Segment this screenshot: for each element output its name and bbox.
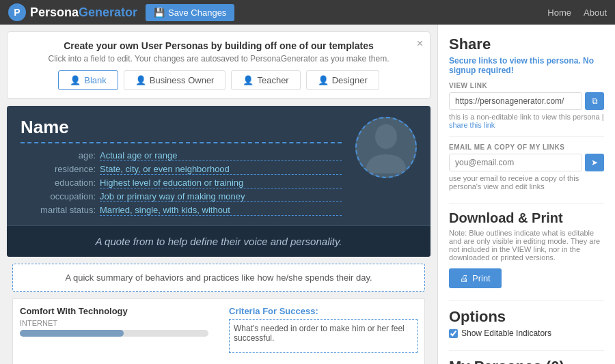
persona-summary[interactable]: A quick summary of behaviors and practic… <box>12 264 425 292</box>
right-sidebar: Share Secure links to view this persona.… <box>437 25 615 364</box>
share-subtitle: Secure links to view this persona. No si… <box>449 56 604 75</box>
business-owner-avatar: 👤 <box>135 75 146 85</box>
persona-card: Name age: Actual age or range residence:… <box>7 106 430 257</box>
print-button[interactable]: 🖨 Print <box>449 268 502 288</box>
download-title: Download & Print <box>449 210 604 226</box>
education-value[interactable]: Highest level of education or training <box>100 178 342 188</box>
silhouette-icon <box>362 120 410 175</box>
view-link-label: VIEW LINK <box>449 82 604 89</box>
email-input[interactable] <box>449 154 582 171</box>
residence-value[interactable]: State, city, or even neighborhood <box>100 164 342 175</box>
persona-name[interactable]: Name <box>20 117 342 143</box>
left-content: × Create your own User Personas by build… <box>0 25 437 364</box>
home-link[interactable]: Home <box>547 8 571 18</box>
template-designer-button[interactable]: 👤 Designer <box>306 70 379 90</box>
internet-progress-fill <box>20 330 124 337</box>
about-link[interactable]: About <box>584 8 607 18</box>
copy-link-button[interactable]: ⧉ <box>585 92 604 110</box>
nav-left: P PersonaGenerator 💾 Save Changes <box>8 3 234 21</box>
criteria-text[interactable]: What's needed in order to make him or he… <box>229 319 418 353</box>
comfort-section: Comfort With Technology INTERNET <box>13 299 215 360</box>
my-personas-section: My Personas (0) <box>449 358 604 364</box>
send-email-button[interactable]: ➤ <box>585 154 604 171</box>
options-section: Options Show Editable Indicators <box>449 308 604 338</box>
share-section: Share Secure links to view this persona.… <box>449 36 604 191</box>
send-icon: ➤ <box>591 158 598 167</box>
view-link-input[interactable] <box>449 92 582 110</box>
show-editable-checkbox[interactable] <box>449 329 458 338</box>
top-navigation: P PersonaGenerator 💾 Save Changes Home A… <box>0 0 615 25</box>
template-notice-subtitle: Click into a field to edit. Your changes… <box>16 54 422 64</box>
logo-icon: P <box>8 3 26 21</box>
options-title: Options <box>449 308 604 326</box>
copy-icon: ⧉ <box>592 96 598 106</box>
logo: P PersonaGenerator <box>8 3 137 21</box>
template-notice-title: Create your own User Personas by buildin… <box>16 40 422 51</box>
email-note: use your email to receive a copy of this… <box>449 174 604 191</box>
persona-info: Name age: Actual age or range residence:… <box>20 117 342 219</box>
share-link[interactable]: share this link <box>449 121 495 129</box>
template-teacher-button[interactable]: 👤 Teacher <box>231 70 300 90</box>
internet-label: INTERNET <box>20 319 208 327</box>
view-link-row: ⧉ <box>449 92 604 110</box>
save-changes-button[interactable]: 💾 Save Changes <box>146 4 234 21</box>
persona-quote-area: A quote from to help define their voice … <box>7 225 430 257</box>
criteria-title: Criteria For Success: <box>229 306 418 316</box>
print-icon: 🖨 <box>460 273 469 283</box>
occupation-value[interactable]: Job or primary way of making money <box>100 191 342 202</box>
persona-field-education: education: Highest level of education or… <box>20 178 342 188</box>
teacher-avatar: 👤 <box>243 75 254 85</box>
my-personas-title: My Personas (0) <box>449 358 604 364</box>
bottom-sections: Comfort With Technology INTERNET Criteri… <box>12 298 425 364</box>
persona-field-age: age: Actual age or range <box>20 150 342 161</box>
education-label: education: <box>20 178 96 188</box>
persona-header: Name age: Actual age or range residence:… <box>7 106 430 225</box>
marital-label: marital status: <box>20 205 96 216</box>
template-buttons: 👤 Blank 👤 Business Owner 👤 Teacher 👤 Des… <box>16 70 422 90</box>
age-value[interactable]: Actual age or range <box>100 150 342 161</box>
show-editable-label[interactable]: Show Editable Indicators <box>449 328 604 338</box>
comfort-title: Comfort With Technology <box>20 306 208 316</box>
share-title: Share <box>449 36 604 53</box>
template-blank-button[interactable]: 👤 Blank <box>58 70 118 90</box>
criteria-section: Criteria For Success: What's needed in o… <box>222 299 424 360</box>
persona-avatar[interactable] <box>355 117 417 178</box>
persona-field-residence: residence: State, city, or even neighbor… <box>20 164 342 175</box>
persona-quote[interactable]: A quote from to help define their voice … <box>95 236 342 247</box>
save-icon: 💾 <box>154 8 165 18</box>
internet-progress-bar <box>20 330 208 337</box>
email-row: ➤ <box>449 154 604 171</box>
logo-text: PersonaGenerator <box>30 5 137 20</box>
nav-right: Home About <box>547 8 607 18</box>
designer-avatar: 👤 <box>318 75 329 85</box>
template-business-owner-button[interactable]: 👤 Business Owner <box>124 70 226 90</box>
svg-point-0 <box>375 124 397 149</box>
main-layout: × Create your own User Personas by build… <box>0 25 615 364</box>
persona-field-marital: marital status: Married, single, with ki… <box>20 205 342 216</box>
persona-field-occupation: occupation: Job or primary way of making… <box>20 191 342 202</box>
download-section: Download & Print Note: Blue outlines ind… <box>449 210 604 288</box>
age-label: age: <box>20 150 96 161</box>
template-notice: × Create your own User Personas by build… <box>7 31 430 99</box>
view-link-note: this is a non-editable link to view this… <box>449 113 604 129</box>
residence-label: residence: <box>20 164 96 175</box>
marital-value[interactable]: Married, single, with kids, without <box>100 205 342 216</box>
download-note: Note: Blue outlines indicate what is edi… <box>449 229 604 262</box>
occupation-label: occupation: <box>20 191 96 202</box>
close-notice-button[interactable]: × <box>417 38 423 50</box>
user-icon: 👤 <box>70 75 81 85</box>
email-label: EMAIL ME A COPY OF MY LINKS <box>449 143 604 151</box>
